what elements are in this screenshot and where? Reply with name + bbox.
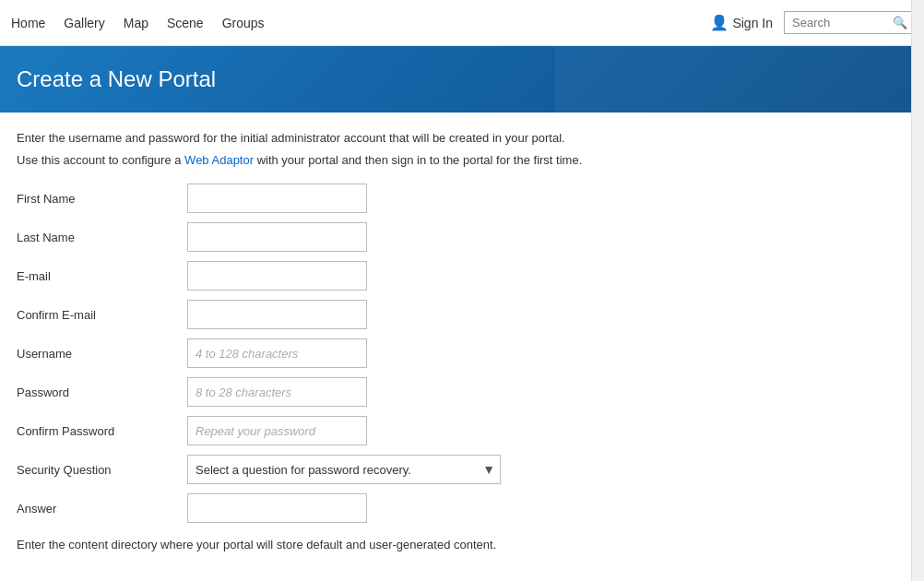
confirm-email-input[interactable]: [187, 300, 367, 329]
last-name-label: Last Name: [17, 231, 187, 244]
nav-links: Home Gallery Map Scene Groups: [11, 16, 710, 30]
sign-in-label: Sign In: [732, 16, 773, 30]
security-question-select-wrap: Select a question for password recovery.…: [187, 455, 501, 484]
nav-map[interactable]: Map: [124, 16, 148, 30]
confirm-password-label: Confirm Password: [17, 424, 187, 438]
intro-line2: Use this account to configure a Web Adap…: [17, 151, 907, 170]
email-row: E-mail: [17, 261, 907, 290]
security-question-row: Security Question Select a question for …: [17, 455, 907, 484]
search-icon: 🔍: [893, 16, 907, 30]
password-label: Password: [17, 385, 187, 399]
user-icon: 👤: [710, 14, 729, 31]
footer-text: Enter the content directory where your p…: [17, 536, 907, 554]
header-banner: Create a New Portal: [0, 46, 924, 113]
password-row: Password: [17, 377, 907, 407]
answer-input[interactable]: [187, 493, 367, 523]
email-label: E-mail: [17, 269, 187, 283]
nav-home[interactable]: Home: [11, 16, 45, 30]
main-content: Enter the username and password for the …: [0, 113, 924, 573]
nav-gallery[interactable]: Gallery: [64, 16, 104, 30]
email-input[interactable]: [187, 261, 367, 290]
security-question-label: Security Question: [17, 463, 187, 477]
password-input[interactable]: [187, 377, 367, 407]
confirm-email-label: Confirm E-mail: [17, 308, 187, 322]
nav-right: 👤 Sign In 🔍: [710, 11, 913, 34]
confirm-password-row: Confirm Password: [17, 416, 907, 445]
answer-label: Answer: [17, 502, 187, 516]
first-name-input[interactable]: [187, 184, 367, 213]
form: First Name Last Name E-mail Confirm E-ma…: [17, 184, 907, 523]
first-name-label: First Name: [17, 192, 187, 206]
security-question-select[interactable]: Select a question for password recovery.…: [187, 455, 501, 484]
sign-in-button[interactable]: 👤 Sign In: [710, 14, 773, 31]
last-name-input[interactable]: [187, 222, 367, 252]
answer-row: Answer: [17, 493, 907, 523]
nav-scene[interactable]: Scene: [167, 16, 204, 30]
confirm-password-input[interactable]: [187, 416, 367, 445]
first-name-row: First Name: [17, 184, 907, 213]
confirm-email-row: Confirm E-mail: [17, 300, 907, 329]
username-row: Username: [17, 338, 907, 368]
scrollbar[interactable]: [911, 0, 924, 581]
search-wrap: 🔍: [784, 11, 913, 34]
banner-overlay: [555, 46, 924, 113]
nav-bar: Home Gallery Map Scene Groups 👤 Sign In …: [0, 0, 924, 46]
last-name-row: Last Name: [17, 222, 907, 252]
web-adaptor-link[interactable]: Web Adaptor: [184, 153, 254, 167]
nav-groups[interactable]: Groups: [222, 16, 265, 30]
intro-line1: Enter the username and password for the …: [17, 129, 907, 148]
username-label: Username: [17, 347, 187, 361]
username-input[interactable]: [187, 338, 367, 368]
